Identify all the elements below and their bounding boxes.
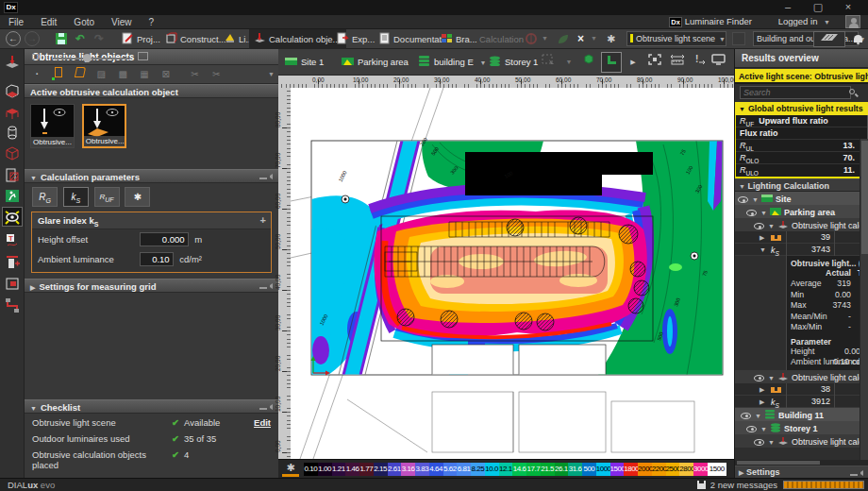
calc-params-header[interactable]: ▼Calculation parameters	[25, 169, 278, 183]
view-3d-icon[interactable]	[578, 52, 599, 73]
menu-goto[interactable]: Goto	[65, 15, 103, 29]
display-options-icon[interactable]	[708, 52, 728, 73]
visibility-eye-icon[interactable]	[746, 426, 757, 432]
menu-view[interactable]: View	[103, 15, 141, 29]
zoom-fit-icon[interactable]	[644, 52, 665, 73]
ambient-luminance-input[interactable]	[140, 252, 174, 266]
tab-site[interactable]: Site 1	[280, 52, 330, 73]
back-button[interactable]: ←	[6, 31, 21, 46]
luminaire-finder-button[interactable]: Dx Luminaire Finder	[669, 16, 752, 28]
grid-tool-icon[interactable]: ▦	[136, 67, 153, 81]
cut-angled-tool-icon[interactable]: ✂	[208, 67, 225, 81]
calc1-ks-row[interactable]: ▼kS 3743	[735, 244, 868, 256]
logged-in-dropdown[interactable]: Logged in ▼	[778, 16, 830, 26]
search-icon[interactable]	[849, 89, 855, 94]
rect-object-tool-icon[interactable]	[50, 67, 67, 81]
undo-icon[interactable]: ↶	[75, 32, 85, 45]
view-plan-icon[interactable]	[601, 52, 622, 73]
ruf-button[interactable]: RUF	[94, 187, 120, 207]
cancel-calculation-icon[interactable]: ×	[577, 32, 584, 45]
pin-icon[interactable]	[263, 404, 273, 410]
avatar[interactable]	[845, 15, 860, 28]
tree-building-row[interactable]: ▼Building 11	[735, 408, 868, 421]
drawing-area[interactable]: 1000 500 300 200 100 75 100 300 500 1000…	[291, 88, 734, 459]
calc2-glare-count-row[interactable]: ▶ 38	[735, 383, 868, 396]
height-offset-input[interactable]	[140, 232, 189, 246]
edit-link[interactable]: Edit	[254, 417, 271, 428]
close-button[interactable]: ×	[834, 0, 862, 14]
scene-settings-button[interactable]	[732, 32, 745, 45]
room-tool-icon[interactable]	[2, 81, 23, 101]
obtrusive-object-thumb-2[interactable]: Obtrusive...	[82, 104, 126, 148]
selection-mode-icon[interactable]	[538, 52, 559, 73]
forward-button[interactable]: →	[25, 31, 40, 46]
visibility-eye-icon[interactable]	[754, 439, 764, 446]
thumbnail-size-slider[interactable]	[25, 154, 278, 169]
results-vertical-scrollbar[interactable]	[860, 139, 868, 460]
tree-calc-surface-1-row[interactable]: ▼Obtrusive light calculation su	[735, 218, 868, 231]
cut-tool-icon[interactable]: ✂	[186, 67, 203, 81]
measuring-grid-header[interactable]: ▶Settings for measuring grid	[25, 279, 278, 293]
add-icon[interactable]: +	[260, 214, 266, 226]
start-calculation-icon[interactable]	[525, 32, 540, 47]
texture-tool-icon[interactable]: ▩	[114, 67, 131, 81]
building-tool-icon[interactable]	[2, 144, 23, 163]
checklist-header[interactable]: ▼Checklist	[25, 399, 278, 414]
selection-dropdown-arrow[interactable]: ▼	[559, 52, 579, 73]
pin-icon[interactable]	[263, 174, 273, 179]
tab-project[interactable]: Proj...	[117, 29, 166, 49]
settings-section-header[interactable]: ▶ Settings	[735, 466, 868, 478]
light-scene-select[interactable]: Obtrusive light scene▼	[626, 31, 726, 46]
visibility-eye-icon[interactable]	[738, 196, 748, 203]
visibility-eye-icon[interactable]	[746, 210, 757, 216]
rg-button[interactable]: RG	[32, 187, 58, 207]
tab-parking-area[interactable]: Parking area	[337, 52, 415, 73]
calc-surface-tool-icon[interactable]	[2, 52, 23, 72]
tree-calc-point-row[interactable]: ▼Obtrusive light calculation p	[735, 434, 868, 448]
visibility-eye-icon[interactable]	[754, 223, 764, 229]
dot-tool-icon[interactable]: ▪	[28, 67, 45, 81]
furniture-tool-icon[interactable]	[2, 103, 23, 123]
obtrusive-light-tool-icon[interactable]	[2, 207, 23, 227]
tab-branding[interactable]: Bra...	[436, 29, 483, 49]
menu-file[interactable]: File	[0, 15, 32, 29]
visibility-eye-icon[interactable]	[754, 375, 764, 381]
gear-icon[interactable]: ✱	[607, 33, 615, 45]
calc2-ks-row[interactable]: ▶kS 3912	[735, 396, 868, 408]
pin-icon[interactable]	[854, 470, 863, 476]
tab-building-e[interactable]: building E ▼	[413, 52, 492, 73]
tools-dropdown-arrow[interactable]: ▼	[268, 71, 275, 77]
hatch-tool-icon[interactable]: ▨	[92, 67, 109, 81]
tree-parking-row[interactable]: ▼Parking area	[735, 205, 868, 218]
column-add-tool-icon[interactable]	[2, 252, 23, 272]
measure-icon[interactable]	[667, 52, 688, 73]
view-more-arrow[interactable]: ▶	[623, 52, 643, 73]
slider-thumb[interactable]	[83, 54, 92, 62]
global-results-header[interactable]: ▼Global obtrusive light results	[735, 102, 868, 115]
obtrusive-object-thumb-1[interactable]: Obtrusive...	[30, 104, 75, 148]
tree-calc-surface-2-row[interactable]: ▼Obtrusive light calculation su	[735, 370, 868, 383]
tab-storey[interactable]: Storey 1	[484, 52, 544, 73]
maximize-button[interactable]: ▢	[804, 0, 832, 14]
menu-help[interactable]: ?	[141, 15, 163, 29]
frame-tool-icon[interactable]	[2, 274, 23, 294]
column-tool-icon[interactable]	[2, 123, 23, 143]
lighting-calculation-header[interactable]: ▼ Lighting Calculation	[735, 178, 868, 192]
escape-sign-tool-icon[interactable]	[2, 186, 23, 206]
notification-bell-icon[interactable]	[854, 34, 862, 44]
calculation-dropdown-arrow[interactable]: ▼	[542, 35, 548, 42]
text-label-tool-icon[interactable]: T	[2, 230, 23, 250]
network-tool-icon[interactable]	[2, 296, 23, 315]
tree-site-row[interactable]: ▼Site	[735, 192, 868, 205]
minimize-button[interactable]: –	[774, 0, 802, 14]
scale-settings-gear-icon[interactable]: ✱	[284, 462, 297, 473]
ks-button[interactable]: kS	[63, 187, 89, 207]
messages-area[interactable]: 2 new messages	[697, 480, 864, 490]
visibility-eye-icon[interactable]	[741, 413, 751, 419]
tree-storey-row[interactable]: ▼Storey 1	[735, 421, 868, 434]
polygon-object-tool-icon[interactable]	[72, 67, 89, 81]
cancel-dropdown-arrow[interactable]: ▼	[591, 35, 597, 42]
cross-box-tool-icon[interactable]: ⊠	[158, 67, 175, 81]
cutout-tool-icon[interactable]	[2, 165, 23, 185]
sun-button[interactable]: ✱	[125, 187, 150, 207]
